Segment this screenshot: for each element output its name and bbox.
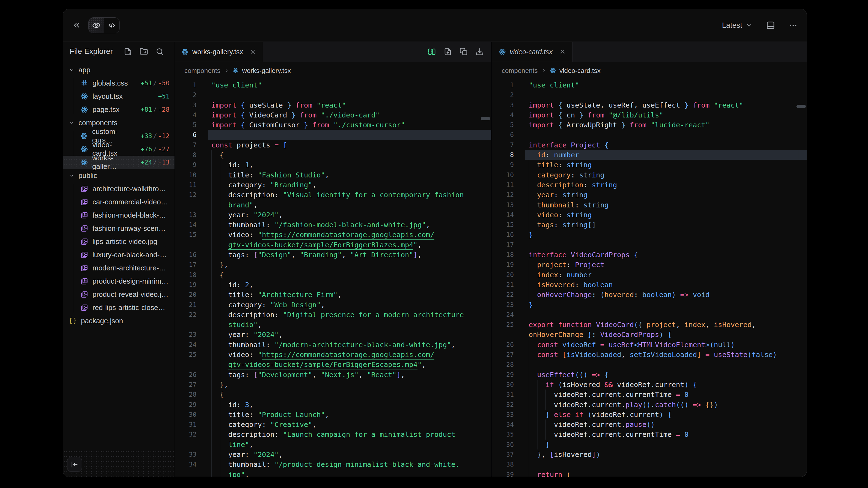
code-line[interactable]: gtv-videos-bucket/sample/ForBiggerBlazes… [175,240,491,250]
code-line[interactable]: 6 [175,130,491,140]
code-line[interactable]: 1"use client" [175,80,491,90]
breadcrumb-file[interactable]: video-card.tsx [559,67,600,74]
code-line[interactable]: 1"use client" [492,80,807,90]
tab-video-card[interactable]: video-card.tsx [492,42,573,62]
code-line[interactable]: 36 } [492,440,807,450]
code-line[interactable]: 10 title: "Fashion Studio", [175,170,491,180]
file-item-red-lips-artistic-close[interactable]: red-lips-artistic-close… [63,301,175,314]
file-item-architecture-walkthro[interactable]: architecture-walkthro… [63,182,175,195]
code-line[interactable]: 32 description: "Launch campaign for a m… [175,429,491,439]
code-line[interactable]: 14 video: string [492,210,807,220]
code-line[interactable]: 10 category: string [492,170,807,180]
code-line[interactable]: 9 title: string [492,160,807,170]
split-editor-button[interactable] [427,47,436,56]
code-editor-video-card[interactable]: 1"use client"23import { useState, useRef… [492,79,807,477]
code-line[interactable]: 22 description: "Digital presence for a … [175,310,491,320]
code-line[interactable]: line", [175,440,491,450]
breadcrumb-folder[interactable]: components [184,67,220,74]
code-line[interactable]: 30 if (isHovered && videoRef.current) { [492,380,807,390]
file-item-page-tsx[interactable]: page.tsx+81/-28 [63,103,175,116]
code-line[interactable]: gtv-videos-bucket/sample/ForBiggerEscape… [175,360,491,369]
code-line[interactable]: 29 useEffect(() => { [492,370,807,380]
code-line[interactable]: 3import { useState } from "react" [175,100,491,110]
code-line[interactable]: 26 tags: ["Development", "Next.js", "Rea… [175,370,491,380]
code-line[interactable]: 34 videoRef.current.pause() [492,420,807,429]
code-line[interactable]: 27 const [isVideoLoaded, setIsVideoLoade… [492,350,807,360]
code-line[interactable]: 20 index: number [492,270,807,280]
code-line[interactable]: 12 year: string [492,190,807,200]
copy-button[interactable] [459,47,468,56]
file-item-package-json[interactable]: package.json [63,314,175,327]
code-line[interactable]: 23} [492,300,807,310]
file-item-car-commercial-video[interactable]: car-commercial-video… [63,195,175,208]
code-line[interactable]: 19 project: Project [492,260,807,269]
breadcrumb-file[interactable]: works-gallery.tsx [242,67,291,74]
file-item-works-galler[interactable]: works-galler…+24/-13 [63,156,175,169]
code-line[interactable]: 27 }, [175,380,491,390]
code-line[interactable]: 9 id: 1, [175,160,491,170]
close-tab-icon[interactable] [559,48,566,55]
code-line[interactable]: 3import { useState, useRef, useEffect } … [492,100,807,110]
code-line[interactable]: 5import { ArrowUpRight } from "lucide-re… [492,120,807,130]
file-item-lips-artistic-video-jpg[interactable]: lips-artistic-video.jpg [63,235,175,248]
code-toggle-button[interactable] [104,18,119,33]
new-folder-button[interactable] [139,46,149,56]
code-line[interactable]: 17 [492,240,807,250]
code-line[interactable]: 7interface Project { [492,140,807,150]
code-line[interactable]: 28 [492,360,807,369]
code-line[interactable]: 26 const videoRef = useRef<HTMLVideoElem… [492,340,807,350]
code-line[interactable]: 25export function VideoCard({ project, i… [492,320,807,330]
code-line[interactable]: 25 video: "https://commondatastorage.goo… [175,350,491,360]
code-line[interactable]: 23 year: "2024", [175,330,491,339]
code-line[interactable]: 17 }, [175,260,491,269]
code-line[interactable]: 35 videoRef.current.currentTime = 0 [492,429,807,439]
code-line[interactable]: 21 isHovered: boolean [492,280,807,290]
code-line[interactable]: jpg", [175,469,491,477]
code-line[interactable]: 12 description: "Visual identity for a c… [175,190,491,200]
code-line[interactable]: 39 return ( [492,469,807,477]
code-line[interactable]: 24 [492,310,807,320]
code-editor-works-gallery[interactable]: 1"use client"23import { useState } from … [175,79,491,477]
file-item-product-reveal-video-j[interactable]: product-reveal-video.j… [63,288,175,301]
close-tab-icon[interactable] [250,48,256,55]
code-line[interactable]: 33 } else if (videoRef.current) { [492,410,807,420]
code-line[interactable]: brand", [175,200,491,210]
folder-item-public[interactable]: public [63,169,175,182]
code-line[interactable]: 31 videoRef.current.currentTime = 0 [492,390,807,399]
code-line[interactable]: onHoverChange }: VideoCardProps) { [492,330,807,339]
collapse-left-panel-button[interactable] [70,19,83,32]
tab-works-gallery[interactable]: works-gallery.tsx [175,42,263,62]
new-file-button[interactable] [123,46,133,56]
file-item-fashion-runway-scen[interactable]: fashion-runway-scen… [63,222,175,235]
code-line[interactable]: 13 year: "2024", [175,210,491,220]
search-button[interactable] [155,46,164,56]
code-line[interactable]: 5import { CustomCursor } from "./custom-… [175,120,491,130]
breadcrumb-folder[interactable]: components [502,67,538,74]
code-line[interactable]: 19 id: 2, [175,280,491,290]
code-line[interactable]: 20 title: "Architecture Firm", [175,290,491,299]
code-line[interactable]: 16} [492,230,807,239]
code-line[interactable]: 16 tags: ["Design", "Branding", "Art Dir… [175,250,491,260]
code-line[interactable]: 15 tags: string[] [492,220,807,230]
panel-layout-button[interactable] [764,19,777,32]
preview-toggle-button[interactable] [89,18,104,33]
folder-item-app[interactable]: app [63,63,175,76]
more-options-button[interactable] [787,19,800,32]
file-item-luxury-car-black-and[interactable]: luxury-car-black-and-… [63,248,175,261]
code-line[interactable]: 32 videoRef.current.play().catch(() => {… [492,400,807,410]
file-item-modern-architecture[interactable]: modern-architecture-… [63,261,175,274]
file-item-product-design-minim[interactable]: product-design-minim… [63,274,175,288]
code-line[interactable]: 8 id: number [492,150,807,160]
code-line[interactable]: 4import { cn } from "@/lib/utils" [492,110,807,120]
code-line[interactable]: 22 onHoverChange: (hovered: boolean) => … [492,290,807,299]
code-line[interactable]: 2 [175,90,491,100]
code-line[interactable]: 18interface VideoCardProps { [492,250,807,260]
code-line[interactable]: 21 category: "Web Design", [175,300,491,310]
download-button[interactable] [475,47,484,56]
code-line[interactable]: 37 }, [isHovered]) [492,450,807,459]
code-line[interactable]: 11 category: "Branding", [175,180,491,190]
code-line[interactable]: 28 { [175,390,491,399]
code-line[interactable]: 31 category: "Creative", [175,420,491,429]
code-line[interactable]: 30 title: "Product Launch", [175,410,491,420]
new-file-button[interactable] [443,47,452,56]
